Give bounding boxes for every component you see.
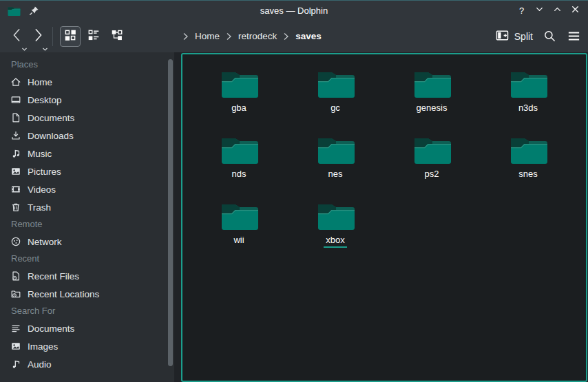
folder-icon — [220, 65, 258, 100]
sidebar-item-network[interactable]: Network — [0, 233, 174, 251]
folder-label: xbox — [324, 235, 346, 248]
folder-label: gc — [328, 103, 342, 116]
folder-icon — [509, 131, 547, 166]
folder-view[interactable]: gba gc genesis n3ds nds nes ps2 snes wii… — [181, 53, 587, 382]
split-label: Split — [514, 31, 533, 42]
folder-icon — [316, 65, 355, 100]
sidebar-item-documents[interactable]: Documents — [0, 319, 174, 337]
desktop-icon — [10, 94, 21, 105]
sidebar-item-audio[interactable]: Audio — [0, 355, 174, 373]
tree-view-button[interactable] — [107, 26, 127, 47]
documents-lines-icon — [10, 323, 21, 334]
sidebar-section-list: Documents Images Audio — [0, 319, 174, 373]
dolphin-window: saves — Dolphin ? Home retrodeck saves — [0, 0, 588, 382]
music-icon — [10, 148, 21, 159]
folder-label: snes — [516, 169, 539, 182]
details-view-button[interactable] — [83, 26, 104, 47]
sidebar-item-label: Music — [28, 149, 52, 159]
image-icon — [10, 341, 21, 352]
sidebar-item-pictures[interactable]: Pictures — [0, 162, 174, 180]
folder-label: gba — [229, 103, 249, 116]
maximize-button[interactable] — [552, 5, 563, 17]
folder-label: nes — [326, 169, 345, 182]
folder-label: n3ds — [516, 103, 540, 116]
video-icon — [10, 184, 21, 195]
chevron-right-icon — [226, 32, 232, 41]
hamburger-icon — [567, 29, 581, 43]
sidebar-item-recent-files[interactable]: Recent Files — [0, 267, 174, 285]
document-icon — [10, 112, 21, 123]
folder-icon — [316, 198, 355, 232]
menu-button[interactable] — [567, 29, 581, 43]
sidebar-item-label: Videos — [28, 184, 56, 195]
folder-label: nds — [230, 169, 249, 182]
sidebar-item-label: Audio — [28, 359, 52, 370]
sidebar-item-recent-locations[interactable]: Recent Locations — [0, 285, 174, 303]
breadcrumb-home[interactable]: Home — [193, 30, 221, 43]
split-icon — [495, 28, 510, 45]
folder-item-n3ds[interactable]: n3ds — [480, 60, 576, 126]
folder-item-wii[interactable]: wii — [191, 192, 287, 258]
folder-icon — [316, 131, 355, 166]
sidebar-item-label: Trash — [28, 202, 51, 213]
split-button[interactable]: Split — [495, 28, 533, 45]
chevron-down-icon — [534, 4, 545, 17]
folder-item-nes[interactable]: nes — [287, 126, 384, 192]
window-title: saves — Dolphin — [0, 6, 588, 16]
forward-dropdown-caret-icon[interactable] — [42, 42, 48, 46]
audio-icon — [10, 359, 21, 370]
minimize-button[interactable] — [534, 5, 545, 17]
sidebar-item-videos[interactable]: Videos — [0, 180, 174, 198]
image-icon — [10, 166, 21, 177]
close-button[interactable] — [569, 5, 581, 17]
sidebar-item-desktop[interactable]: Desktop — [0, 91, 174, 109]
sidebar-item-images[interactable]: Images — [0, 337, 174, 355]
search-button[interactable] — [543, 29, 557, 43]
folder-item-gba[interactable]: gba — [191, 60, 287, 126]
sidebar-section-list: Home Desktop Documents Downloads Music P… — [0, 73, 174, 216]
folder-item-ps2[interactable]: ps2 — [384, 126, 480, 192]
recent-files-icon — [10, 270, 21, 282]
sidebar-item-music[interactable]: Music — [0, 145, 174, 162]
breadcrumb-retrodeck[interactable]: retrodeck — [237, 30, 278, 43]
sidebar-section-title: Remote — [0, 216, 174, 233]
folder-item-gc[interactable]: gc — [287, 60, 384, 126]
sidebar-item-downloads[interactable]: Downloads — [0, 127, 174, 145]
sidebar-section-title: Recent — [0, 251, 174, 267]
sidebar-item-label: Images — [28, 341, 58, 352]
folder-item-nds[interactable]: nds — [191, 126, 287, 192]
recent-locations-icon — [10, 288, 21, 299]
folder-label: wii — [231, 235, 246, 248]
chevron-right-icon — [283, 32, 289, 41]
icons-view-icon — [63, 28, 77, 45]
sidebar-item-label: Network — [28, 237, 62, 247]
folder-icon — [220, 131, 258, 166]
sidebar-item-home[interactable]: Home — [0, 73, 174, 91]
sidebar-item-documents[interactable]: Documents — [0, 109, 174, 127]
folder-item-xbox[interactable]: xbox — [287, 192, 384, 258]
places-panel: Places Home Desktop Documents Downloads … — [0, 52, 174, 382]
forward-button[interactable] — [28, 25, 48, 47]
folder-icon — [220, 198, 258, 232]
toolbar-separator — [52, 27, 53, 46]
sidebar-item-trash[interactable]: Trash — [0, 198, 174, 216]
back-button[interactable] — [7, 25, 28, 47]
help-button[interactable]: ? — [516, 5, 527, 17]
close-icon — [570, 4, 580, 17]
icons-view-button[interactable] — [60, 26, 81, 47]
back-dropdown-caret-icon[interactable] — [21, 42, 28, 46]
toolbar: Home retrodeck saves Split — [0, 20, 588, 52]
sidebar-section: Recent Recent Files Recent Locations — [0, 251, 174, 303]
sidebar-section: Search For Documents Images Audio — [0, 303, 174, 373]
folder-grid: gba gc genesis n3ds nds nes ps2 snes wii… — [182, 54, 579, 258]
folder-item-snes[interactable]: snes — [480, 126, 576, 192]
folder-item-genesis[interactable]: genesis — [384, 60, 480, 126]
sidebar-section-list: Recent Files Recent Locations — [0, 267, 174, 303]
sidebar-item-label: Home — [28, 77, 52, 87]
breadcrumb-saves[interactable]: saves — [294, 30, 323, 43]
home-icon — [10, 76, 21, 87]
tree-view-icon — [110, 28, 124, 45]
folder-icon — [412, 131, 451, 166]
main-area: gba gc genesis n3ds nds nes ps2 snes wii… — [174, 52, 588, 382]
sidebar-scrollbar[interactable] — [168, 59, 173, 366]
